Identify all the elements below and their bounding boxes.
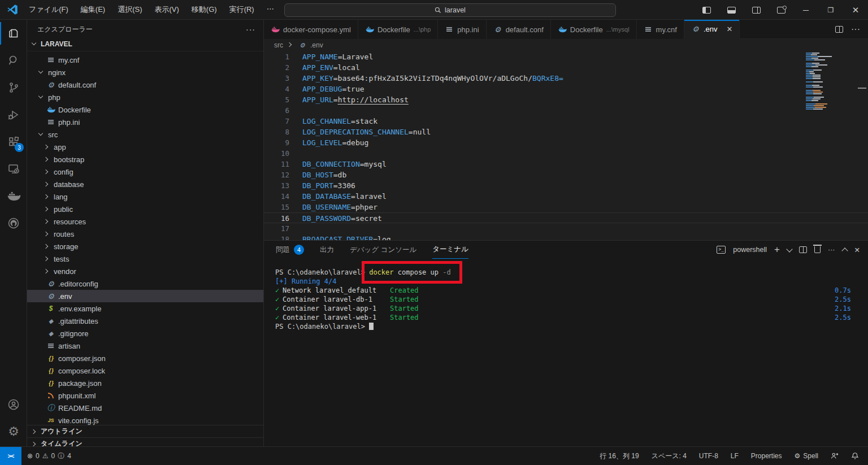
- language-mode[interactable]: Properties: [751, 452, 782, 460]
- shell-name[interactable]: powershell: [733, 246, 767, 254]
- close-panel-icon[interactable]: ✕: [854, 246, 860, 254]
- tab-env-active[interactable]: ⚙.env✕: [684, 20, 740, 39]
- tree-item-phpunit-xml[interactable]: phpunit.xml: [27, 389, 263, 402]
- minimap[interactable]: [806, 53, 834, 110]
- tree-item-readme-md[interactable]: ⓘREADME.md: [27, 402, 263, 414]
- menu-edit[interactable]: 編集(E): [76, 2, 110, 17]
- minimize-button[interactable]: ─: [793, 0, 818, 20]
- new-terminal-icon[interactable]: +: [774, 244, 780, 255]
- tree-item-editorconfig[interactable]: ⚙.editorconfig: [27, 277, 263, 290]
- editor-more-actions-icon[interactable]: ···: [851, 24, 860, 34]
- customize-layout-icon[interactable]: [769, 0, 793, 20]
- settings-gear-icon[interactable]: ⚙: [0, 418, 27, 445]
- tab-default-conf[interactable]: ⚙default.conf: [487, 20, 551, 39]
- code-line[interactable]: 5APP_URL=http://localhost: [264, 94, 868, 105]
- close-button[interactable]: ✕: [843, 0, 868, 20]
- outline-section[interactable]: アウトライン: [27, 425, 263, 437]
- tab-output[interactable]: 出力: [320, 241, 334, 259]
- code-line[interactable]: 2APP_ENV=local: [264, 62, 868, 73]
- code-line[interactable]: 11DB_CONNECTION=mysql: [264, 159, 868, 170]
- tree-item-config[interactable]: config: [27, 166, 263, 178]
- code-line[interactable]: 13DB_PORT=3306: [264, 180, 868, 191]
- tree-item-php-ini[interactable]: php.ini: [27, 116, 263, 128]
- terminal-more-actions-icon[interactable]: ···: [828, 246, 835, 254]
- tree-item-bootstrap[interactable]: bootstrap: [27, 153, 263, 166]
- tab-php-ini[interactable]: php.ini: [438, 20, 486, 39]
- explorer-more-actions-icon[interactable]: ···: [246, 25, 255, 34]
- breadcrumb-folder[interactable]: src: [274, 41, 283, 49]
- github-icon[interactable]: [0, 210, 27, 237]
- code-line[interactable]: 1APP_NAME=Laravel: [264, 51, 868, 62]
- explorer-icon[interactable]: [0, 20, 27, 47]
- code-line[interactable]: 6: [264, 105, 868, 116]
- tree-item-my-cnf[interactable]: my.cnf: [27, 54, 263, 66]
- toggle-sidebar-icon[interactable]: [694, 0, 719, 20]
- menu-view[interactable]: 表示(V): [150, 2, 184, 17]
- tab-dockerfile-php[interactable]: Dockerfile...\php: [358, 20, 438, 39]
- cursor-position[interactable]: 行 16、列 19: [600, 451, 639, 461]
- tree-item-gitattributes[interactable]: ◆.gitattributes: [27, 315, 263, 327]
- eol-sequence[interactable]: LF: [731, 452, 739, 460]
- tree-item-src[interactable]: src: [27, 128, 263, 141]
- tab-problems[interactable]: 問題4: [276, 241, 304, 259]
- tree-item-routes[interactable]: routes: [27, 228, 263, 240]
- tab-docker-compose-yml[interactable]: docker-compose.yml: [264, 20, 358, 39]
- code-line[interactable]: 14DB_DATABASE=laravel: [264, 191, 868, 202]
- notifications-bell-icon[interactable]: [851, 452, 859, 460]
- run-debug-icon[interactable]: [0, 101, 27, 128]
- tree-item-storage[interactable]: storage: [27, 240, 263, 253]
- restore-button[interactable]: ❐: [818, 0, 843, 20]
- tab-my-cnf[interactable]: my.cnf: [637, 20, 684, 39]
- code-line[interactable]: 4APP_DEBUG=true: [264, 84, 868, 94]
- tree-item-resources[interactable]: resources: [27, 215, 263, 228]
- source-control-icon[interactable]: [0, 74, 27, 101]
- tree-item-php[interactable]: php: [27, 91, 263, 103]
- account-icon[interactable]: [0, 391, 27, 418]
- tab-terminal-active[interactable]: ターミナル: [432, 241, 468, 259]
- tree-item-vendor[interactable]: vendor: [27, 265, 263, 277]
- code-line[interactable]: 3APP_KEY=base64:pfHxZaI5k2ViIzTDq4nqWHyO…: [264, 73, 868, 84]
- tree-item-artisan[interactable]: artisan: [27, 340, 263, 352]
- indentation[interactable]: スペース: 4: [652, 451, 687, 461]
- tab-dockerfile-mysql[interactable]: Dockerfile...\mysql: [551, 20, 637, 39]
- breadcrumb-file[interactable]: .env: [310, 41, 323, 49]
- code-editor[interactable]: 1APP_NAME=Laravel 2APP_ENV=local 3APP_KE…: [264, 51, 868, 240]
- tree-item-dockerfile[interactable]: Dockerfile: [27, 103, 263, 116]
- code-line[interactable]: 12DB_HOST=db: [264, 170, 868, 180]
- tree-item-gitignore[interactable]: ◆.gitignore: [27, 327, 263, 340]
- tree-item-vite-config[interactable]: JSvite.config.js: [27, 414, 263, 425]
- tree-item-composer-lock[interactable]: { }composer.lock: [27, 364, 263, 377]
- code-line[interactable]: 10: [264, 148, 868, 159]
- tree-item-package-json[interactable]: { }package.json: [27, 377, 263, 389]
- problems-status[interactable]: ⊗0 ⚠0 ⓘ4: [27, 451, 71, 461]
- code-line[interactable]: 7LOG_CHANNEL=stack: [264, 116, 868, 127]
- tab-debug-console[interactable]: デバッグ コンソール: [350, 241, 416, 259]
- tree-item-database[interactable]: database: [27, 178, 263, 190]
- project-root-laravel[interactable]: LARAVEL: [27, 37, 263, 51]
- maximize-panel-icon[interactable]: [841, 247, 848, 254]
- split-editor-icon[interactable]: [835, 26, 843, 33]
- spell-checker[interactable]: ⚙Spell: [795, 452, 818, 460]
- code-line[interactable]: 18BROADCAST_DRIVER=log: [264, 234, 868, 240]
- menu-file[interactable]: ファイル(F): [24, 2, 73, 17]
- menu-selection[interactable]: 選択(S): [112, 2, 147, 17]
- menu-run[interactable]: 実行(R): [224, 2, 259, 17]
- split-terminal-icon[interactable]: [799, 246, 807, 253]
- tree-item-app[interactable]: app: [27, 141, 263, 153]
- terminal-dropdown-icon[interactable]: [786, 246, 792, 252]
- close-tab-icon[interactable]: ✕: [727, 25, 733, 33]
- tree-item-env-selected[interactable]: ⚙.env: [27, 290, 263, 302]
- terminal[interactable]: PS C:\odaneko\laravel> docker compose up…: [264, 259, 868, 446]
- tree-item-tests[interactable]: tests: [27, 253, 263, 265]
- code-line[interactable]: 15DB_USERNAME=phper: [264, 202, 868, 212]
- tree-item-public[interactable]: public: [27, 203, 263, 215]
- feedback-icon[interactable]: [831, 452, 839, 460]
- encoding[interactable]: UTF-8: [699, 452, 718, 460]
- menu-overflow[interactable]: ⋯: [262, 2, 279, 17]
- command-search-box[interactable]: laravel: [284, 3, 616, 17]
- remote-indicator[interactable]: ><: [0, 447, 21, 465]
- tree-item-lang[interactable]: lang: [27, 190, 263, 203]
- toggle-secondary-sidebar-icon[interactable]: [744, 0, 769, 20]
- tree-item-env-example[interactable]: $.env.example: [27, 302, 263, 315]
- tree-item-default-conf[interactable]: ⚙default.conf: [27, 79, 263, 91]
